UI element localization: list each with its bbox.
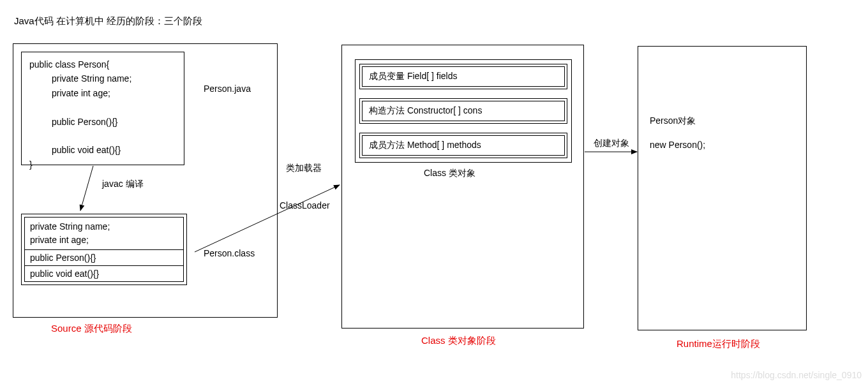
stage2-box: 成员变量 Field[ ] fields 构造方法 Constructor[ ]…	[341, 45, 584, 329]
new-person-label: new Person();	[650, 140, 705, 150]
stage1-caption: Source 源代码阶段	[51, 323, 132, 335]
stage3-box: Person对象 new Person();	[638, 46, 807, 330]
stage1-box: public class Person{ private String name…	[13, 43, 278, 318]
javac-label: javac 编译	[102, 179, 144, 190]
constructors-row: 构造方法 Constructor[ ] cons	[359, 98, 567, 124]
fields-row: 成员变量 Field[ ] fields	[359, 64, 567, 89]
fields-label: 成员变量 Field[ ] fields	[362, 66, 565, 87]
stage2-caption: Class 类对象阶段	[421, 335, 496, 347]
compiled-method: public void eat(){}	[24, 265, 184, 282]
arrow1-bottom-label: ClassLoader	[280, 200, 330, 210]
compiled-fields: private String name; private int age;	[24, 217, 184, 250]
person-obj-label: Person对象	[650, 115, 696, 127]
class-obj-label: Class 类对象	[424, 168, 475, 179]
compiled-constructor: public Person(){}	[24, 249, 184, 266]
diagram-title: Java代码 在计算机中 经历的阶段：三个阶段	[14, 15, 202, 27]
class-object-box: 成员变量 Field[ ] fields 构造方法 Constructor[ ]…	[355, 59, 572, 163]
constructors-label: 构造方法 Constructor[ ] cons	[362, 101, 565, 121]
watermark: https://blog.csdn.net/single_0910	[731, 370, 862, 380]
stage3-caption: Runtime运行时阶段	[677, 338, 760, 350]
methods-row: 成员方法 Method[ ] methods	[359, 133, 567, 158]
java-file-label: Person.java	[204, 84, 251, 94]
compiled-class-box: private String name; private int age; pu…	[21, 214, 187, 285]
source-code-box: public class Person{ private String name…	[21, 52, 184, 165]
arrow2-label: 创建对象	[594, 138, 629, 149]
arrow1-top-label: 类加载器	[286, 163, 322, 174]
methods-label: 成员方法 Method[ ] methods	[362, 135, 565, 156]
class-file-label: Person.class	[204, 248, 255, 258]
